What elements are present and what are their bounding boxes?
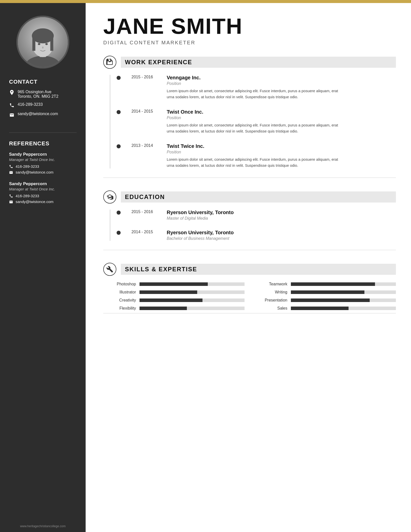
references-section: REFERENCES Sandy Peppercorn Manager at T… — [0, 140, 86, 211]
edu-2: 2014 - 2015 Ryerson University, Toronto … — [125, 230, 396, 241]
edu-dot-1 — [117, 211, 121, 215]
edu-2-institution: Ryerson University, Toronto — [167, 230, 234, 236]
job-3-company: Twist Twice Inc. — [167, 143, 343, 149]
main-content: JANE SMITH DIGITAL CONTENT MARKETER WORK… — [86, 0, 411, 532]
skill-bar-fill-3 — [291, 290, 364, 294]
edu-1-degree: Master of Digital Media — [167, 216, 234, 221]
skill-name-5: Presentation — [260, 298, 287, 303]
skills-title-bg: SKILLS & EXPERTISE — [121, 264, 396, 275]
reference-2-email: sandy@twistonce.com — [9, 200, 77, 204]
job-2-company: Twist Once Inc. — [167, 109, 343, 115]
education-section: EDUCATION 2015 - 2016 Ryerson University… — [103, 190, 396, 250]
job-2: 2014 - 2015 Twist Once Inc. Position Lor… — [125, 109, 396, 134]
svg-point-10 — [42, 47, 44, 49]
edu-2-content: Ryerson University, Toronto Bachelor of … — [159, 230, 234, 241]
avatar — [16, 16, 69, 69]
skills-title: SKILLS & EXPERTISE — [125, 266, 197, 273]
job-2-dates: 2014 - 2015 — [131, 109, 159, 114]
reference-1-title: Manager at Twist Once Inc. — [9, 157, 77, 162]
job-1-company: Venngage Inc. — [167, 75, 343, 81]
skills-header: SKILLS & EXPERTISE — [103, 263, 396, 276]
skill-bar-fill-7 — [291, 307, 349, 310]
skills-section: SKILLS & EXPERTISE PhotoshopTeamworkIllu… — [103, 263, 396, 313]
skills-section-line — [103, 313, 396, 313]
skill-name-0: Photoshop — [108, 282, 136, 286]
skill-bar-bg-7 — [291, 307, 396, 310]
skill-bar-bg-3 — [291, 290, 396, 294]
timeline-dot-2 — [117, 110, 121, 114]
work-experience-icon — [103, 56, 116, 69]
job-2-content: Twist Once Inc. Position Lorem ipsum dol… — [159, 109, 343, 134]
edu-2-degree: Bachelor of Business Management — [167, 236, 234, 241]
skill-name-2: Illustrator — [108, 290, 136, 294]
job-3-content: Twist Twice Inc. Position Lorem ipsum do… — [159, 143, 343, 169]
job-3-desc: Lorem ipsum dolor sit amet, consectetur … — [167, 156, 343, 169]
skill-bar-bg-4 — [140, 298, 245, 302]
address-text: 965 Ossington Ave Toronto, ON. M6G 2T2 — [18, 90, 58, 99]
reference-1-name: Sandy Peppercorn — [9, 152, 77, 157]
email-icon — [9, 112, 15, 117]
skill-name-7: Sales — [260, 306, 287, 311]
skill-row-5: Presentation — [260, 298, 396, 303]
skill-name-3: Writing — [260, 290, 287, 294]
education-title-bg: EDUCATION — [121, 191, 396, 203]
job-3-position: Position — [167, 150, 343, 154]
reference-2-title: Manager at Twist Once Inc. — [9, 187, 77, 191]
email-text: sandy@twistonce.com — [18, 112, 58, 116]
job-1: 2015 - 2016 Venngage Inc. Position Lorem… — [125, 75, 396, 100]
sidebar: CONTACT 965 Ossington Ave Toronto, ON. M… — [0, 0, 86, 532]
edu-1-institution: Ryerson University, Toronto — [167, 210, 234, 215]
education-icon — [103, 190, 116, 204]
edu-section-line — [103, 250, 396, 250]
job-2-position: Position — [167, 116, 343, 120]
sidebar-divider-1 — [9, 132, 77, 133]
skill-name-4: Creativity — [108, 298, 136, 303]
skill-bar-fill-6 — [140, 307, 187, 310]
skill-bar-fill-5 — [291, 298, 370, 302]
header-section: JANE SMITH DIGITAL CONTENT MARKETER — [103, 15, 396, 46]
job-1-desc: Lorem ipsum dolor sit amet, consectetur … — [167, 88, 343, 100]
skill-bar-bg-2 — [140, 290, 245, 294]
education-title: EDUCATION — [125, 193, 165, 200]
skill-row-0: Photoshop — [108, 282, 245, 286]
work-experience-header: WORK EXPERIENCE — [103, 56, 396, 69]
education-header: EDUCATION — [103, 190, 396, 204]
page: CONTACT 965 Ossington Ave Toronto, ON. M… — [0, 0, 411, 532]
edu-1-dates: 2015 - 2016 — [131, 210, 159, 214]
skill-bar-fill-0 — [140, 282, 208, 286]
skill-bar-bg-6 — [140, 307, 245, 310]
job-1-position: Position — [167, 81, 343, 86]
timeline-dot-1 — [117, 76, 121, 80]
svg-rect-6 — [32, 36, 35, 51]
contact-section: CONTACT 965 Ossington Ave Toronto, ON. M… — [0, 79, 86, 121]
contact-email: sandy@twistonce.com — [9, 112, 77, 117]
reference-1-email: sandy@twistonce.com — [9, 170, 77, 174]
work-experience-section: WORK EXPERIENCE 2015 - 2016 Venngage Inc… — [103, 56, 396, 178]
svg-point-8 — [38, 43, 40, 45]
contact-title: CONTACT — [9, 79, 77, 85]
skill-row-4: Creativity — [108, 298, 245, 303]
reference-2-name: Sandy Peppercorn — [9, 181, 77, 186]
reference-1: Sandy Peppercorn Manager at Twist Once I… — [9, 152, 77, 174]
skill-row-3: Writing — [260, 290, 396, 294]
job-1-content: Venngage Inc. Position Lorem ipsum dolor… — [159, 75, 343, 100]
edu-1: 2015 - 2016 Ryerson University, Toronto … — [125, 210, 396, 221]
references-title: REFERENCES — [9, 140, 77, 147]
work-experience-title: WORK EXPERIENCE — [125, 59, 192, 65]
skill-name-6: Flexibility — [108, 306, 136, 311]
contact-address: 965 Ossington Ave Toronto, ON. M6G 2T2 — [9, 90, 77, 99]
reference-2: Sandy Peppercorn Manager at Twist Once I… — [9, 181, 77, 204]
skill-bar-bg-5 — [291, 298, 396, 302]
skill-row-2: Illustrator — [108, 290, 245, 294]
skills-grid: PhotoshopTeamworkIllustratorWritingCreat… — [103, 282, 396, 311]
location-icon — [9, 90, 15, 95]
education-timeline: 2015 - 2016 Ryerson University, Toronto … — [110, 210, 396, 241]
skill-name-1: Teamwork — [260, 282, 287, 286]
job-3-dates: 2013 - 2014 — [131, 143, 159, 148]
job-1-dates: 2015 - 2016 — [131, 75, 159, 79]
skill-bar-bg-0 — [140, 282, 245, 286]
skill-bar-fill-2 — [140, 290, 197, 294]
work-experience-title-bg: WORK EXPERIENCE — [121, 57, 396, 68]
skill-row-7: Sales — [260, 306, 396, 311]
skill-bar-fill-1 — [291, 282, 375, 286]
